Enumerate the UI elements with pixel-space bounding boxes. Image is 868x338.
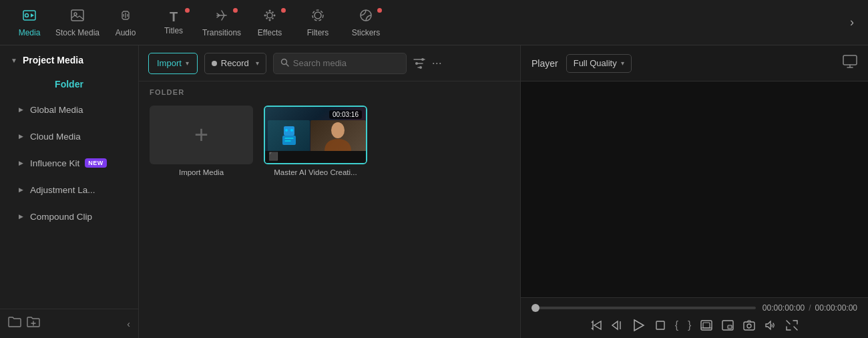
add-icon: + — [194, 121, 208, 149]
player-screen-icon[interactable] — [843, 55, 857, 71]
svg-rect-25 — [656, 321, 664, 329]
add-folder-icon[interactable] — [27, 316, 40, 331]
svg-point-16 — [421, 58, 424, 61]
nav-more-button[interactable]: › — [841, 1, 863, 44]
progress-area: 00:00:00:00 / 00:00:00:00 — [531, 303, 857, 313]
effects-icon — [262, 8, 277, 25]
record-button[interactable]: Record ▾ — [204, 53, 266, 74]
quality-dropdown-arrow: ▾ — [621, 59, 624, 67]
progress-bar[interactable] — [531, 307, 756, 309]
nav-item-titles[interactable]: T Titles — [150, 1, 198, 44]
svg-point-12 — [266, 17, 267, 19]
media-toolbar: Import ▾ Record ▾ — [139, 45, 520, 81]
nav-label-stickers: Stickers — [352, 28, 381, 37]
titles-icon: T — [170, 10, 178, 23]
bracket-open-button[interactable]: { — [675, 319, 678, 331]
svg-point-10 — [272, 17, 273, 19]
sidebar-collapse-button[interactable]: ‹ — [127, 319, 130, 329]
global-media-label: Global Media — [30, 105, 83, 115]
svg-point-17 — [415, 62, 418, 65]
stickers-icon — [359, 8, 373, 25]
snapshot-button[interactable] — [743, 320, 755, 331]
current-time: 00:00:00:00 — [763, 303, 805, 313]
svg-point-9 — [266, 11, 267, 13]
player-controls: 00:00:00:00 / 00:00:00:00 — [521, 297, 868, 338]
fullscreen-button[interactable] — [786, 320, 798, 331]
compound-clip-label: Compound Clip — [30, 212, 92, 222]
filter-button[interactable] — [413, 58, 425, 69]
filmstrip: ⬛ — [265, 151, 366, 163]
adjustment-layer-label: Adjustment La... — [30, 185, 95, 195]
export-frame-button[interactable] — [700, 320, 712, 331]
search-input[interactable] — [293, 58, 399, 68]
svg-point-23 — [331, 122, 345, 138]
stop-button[interactable] — [655, 320, 666, 331]
transitions-dot — [233, 8, 238, 13]
nav-label-titles: Titles — [164, 26, 183, 35]
sidebar-item-compound-clip[interactable]: ▶ Compound Clip — [0, 203, 138, 230]
frame-back-button[interactable] — [611, 320, 622, 331]
video-media-item[interactable]: ⬛ 00:03:16 Master AI Video Creati... — [264, 106, 367, 176]
transitions-icon — [214, 8, 229, 25]
video-title: Master AI Video Creati... — [274, 168, 357, 176]
filters-icon — [310, 8, 325, 25]
video-thumb[interactable]: ⬛ 00:03:16 — [264, 106, 367, 164]
person-figure — [310, 120, 366, 151]
sidebar-folder-label: Folder — [0, 75, 138, 96]
nav-item-stickers[interactable]: Stickers — [342, 1, 390, 44]
sidebar-item-cloud-media[interactable]: ▶ Cloud Media — [0, 123, 138, 150]
sidebar-item-adjustment-layer[interactable]: ▶ Adjustment La... — [0, 176, 138, 203]
adjustment-layer-chevron: ▶ — [19, 186, 23, 193]
svg-rect-30 — [744, 322, 754, 330]
compound-clip-chevron: ▶ — [19, 213, 23, 220]
svg-point-3 — [74, 13, 77, 15]
svg-point-15 — [281, 59, 286, 64]
import-button[interactable]: Import ▾ — [148, 53, 198, 74]
play-button[interactable] — [631, 318, 646, 333]
record-label: Record — [221, 58, 249, 68]
progress-thumb[interactable] — [531, 304, 539, 312]
pip-button[interactable] — [722, 320, 734, 331]
svg-point-4 — [267, 13, 272, 18]
player-header: Player Full Quality ▾ — [521, 45, 868, 81]
sidebar-section-project-media[interactable]: ▼ Project Media — [0, 45, 138, 75]
sidebar-item-global-media[interactable]: ▶ Global Media — [0, 96, 138, 123]
svg-rect-2 — [71, 10, 83, 21]
sidebar-item-influence-kit[interactable]: ▶ Influence Kit NEW — [0, 150, 138, 176]
titles-dot — [185, 8, 190, 13]
svg-rect-24 — [843, 55, 857, 65]
search-box[interactable] — [273, 53, 407, 74]
nav-item-media[interactable]: Media — [5, 1, 53, 44]
import-dropdown-arrow: ▾ — [186, 59, 189, 67]
robot-figure — [268, 120, 310, 151]
nav-item-transitions[interactable]: Transitions — [198, 1, 246, 44]
svg-point-8 — [274, 14, 276, 16]
import-media-item[interactable]: + Import Media — [150, 106, 253, 176]
volume-button[interactable] — [765, 320, 777, 331]
step-back-button[interactable] — [591, 320, 602, 331]
media-grid: + Import Media — [139, 100, 520, 182]
quality-select[interactable]: Full Quality ▾ — [566, 54, 632, 73]
more-options-button[interactable]: ··· — [432, 56, 442, 70]
nav-item-filters[interactable]: Filters — [294, 1, 342, 44]
stickers-dot — [377, 8, 382, 13]
nav-label-effects: Effects — [258, 28, 282, 37]
cloud-media-chevron: ▶ — [19, 133, 23, 140]
influence-kit-chevron: ▶ — [19, 160, 23, 166]
nav-item-audio[interactable]: Audio — [101, 1, 150, 44]
nav-item-stock-media[interactable]: Stock Media — [53, 1, 101, 44]
project-media-chevron: ▼ — [11, 57, 17, 64]
bracket-close-button[interactable]: } — [688, 319, 691, 331]
main-area: ▼ Project Media Folder ▶ Global Media ▶ … — [0, 45, 868, 338]
svg-rect-27 — [703, 323, 710, 328]
media-icon — [22, 8, 37, 25]
nav-label-stock: Stock Media — [55, 28, 99, 37]
total-time: 00:00:00:00 — [815, 303, 857, 313]
new-folder-icon[interactable] — [8, 316, 21, 331]
player-viewport — [521, 81, 868, 297]
player-buttons: { } — [531, 318, 857, 333]
import-media-thumb[interactable]: + — [150, 106, 253, 164]
filmstrip-icon: ⬛ — [268, 152, 278, 161]
effects-dot — [281, 8, 286, 13]
nav-item-effects[interactable]: Effects — [246, 1, 294, 44]
